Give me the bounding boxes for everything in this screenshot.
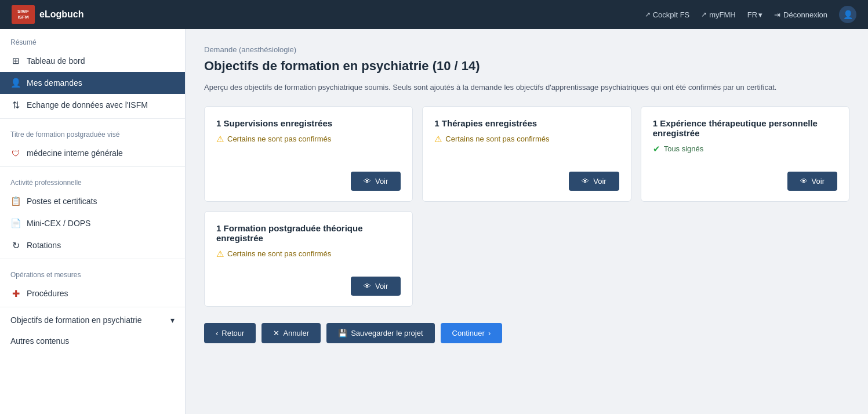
continue-button[interactable]: Continuer › (441, 323, 503, 343)
deconnexion-label: Déconnexion (783, 10, 827, 19)
main-content: Demande (anesthésiologie) Objectifs de f… (186, 29, 868, 414)
sidebar-item-echange-donnees[interactable]: ⇅ Echange de données avec l'ISFM (0, 94, 185, 116)
warning-icon-2: ⚠ (434, 134, 442, 144)
exchange-icon: ⇅ (10, 100, 21, 110)
card-supervisions-status: ⚠ Certains ne sont pas confirmés (216, 134, 401, 144)
eye-icon-3: 👁 (800, 177, 808, 186)
divider-3 (0, 259, 185, 259)
document-icon: 📄 (10, 218, 21, 228)
section-label-titre: Titre de formation postgraduée visé (0, 121, 185, 142)
chevron-icon: ▾ (170, 315, 175, 325)
sidebar-item-postes-certificats[interactable]: 📋 Postes et certificats (0, 190, 185, 212)
rotations-label: Rotations (27, 241, 61, 250)
card-therapies: 1 Thérapies enregistrées ⚠ Certains ne s… (422, 106, 631, 202)
collapsible-left-2: Autres contenus (10, 336, 69, 346)
warning-icon: ⚠ (216, 134, 224, 144)
card-experience: 1 Expérience thérapeutique personnelle e… (641, 106, 849, 202)
back-arrow-icon: ‹ (216, 329, 218, 337)
voir-therapies-button[interactable]: 👁 Voir (569, 172, 619, 191)
divider-2 (0, 166, 185, 167)
sidebar-item-autres-contenus[interactable]: Autres contenus (0, 331, 185, 351)
tableau-de-bord-label: Tableau de bord (27, 56, 85, 66)
user-icon: 👤 (10, 78, 21, 88)
logo-text: SIWFISFM (17, 9, 29, 20)
lang-label: FR (747, 10, 757, 19)
briefcase-icon: 📋 (10, 196, 21, 206)
medecine-interne-label: médecine interne générale (27, 148, 123, 158)
deconnexion-button[interactable]: ⇥ Déconnexion (774, 10, 827, 19)
sidebar-item-tableau-de-bord[interactable]: ⊞ Tableau de bord (0, 50, 185, 72)
brand: SIWFISFM eLogbuch (12, 5, 83, 24)
eye-icon-1: 👁 (364, 177, 371, 186)
brand-name: eLogbuch (39, 9, 83, 20)
collapsible-left: Objectifs de formation en psychiatrie (10, 315, 141, 325)
cockpit-fs-link[interactable]: ↗ Cockpit FS (645, 10, 690, 19)
card-therapies-status-text: Certains ne sont pas confirmés (445, 135, 549, 143)
grid-icon: ⊞ (10, 56, 21, 66)
postes-certificats-label: Postes et certificats (27, 197, 97, 206)
continue-label: Continuer (452, 329, 485, 337)
shield-icon: 🛡 (10, 148, 21, 158)
navbar-links: ↗ Cockpit FS ↗ myFMH FR ▾ ⇥ Déconnexion … (645, 6, 856, 23)
eye-icon-2: 👁 (582, 177, 589, 186)
card-therapies-title: 1 Thérapies enregistrées (434, 118, 619, 128)
sidebar-item-objectifs-psychiatrie[interactable]: Objectifs de formation en psychiatrie ▾ (0, 310, 185, 331)
card-formation-title: 1 Formation postgraduée théorique enregi… (216, 223, 401, 243)
myfmh-link[interactable]: ↗ myFMH (701, 10, 736, 19)
navbar: SIWFISFM eLogbuch ↗ Cockpit FS ↗ myFMH F… (0, 0, 868, 29)
logo-box: SIWFISFM (12, 5, 35, 24)
card-spacer-1 (216, 150, 401, 160)
continue-arrow-icon: › (488, 329, 491, 337)
sidebar-item-mes-demandes[interactable]: 👤 Mes demandes (0, 72, 185, 94)
deconnexion-icon: ⇥ (774, 10, 780, 19)
cards-row-2: 1 Formation postgraduée théorique enregi… (204, 211, 849, 307)
card-supervisions: 1 Supervisions enregistrées ⚠ Certains n… (204, 106, 413, 202)
sidebar-item-medecine-interne[interactable]: 🛡 médecine interne générale (0, 142, 185, 164)
page-title: Objectifs de formation en psychiatrie (1… (204, 59, 849, 74)
objectifs-psychiatrie-label: Objectifs de formation en psychiatrie (10, 315, 141, 325)
card-supervisions-status-text: Certains ne sont pas confirmés (227, 135, 331, 143)
sidebar-item-rotations[interactable]: ↻ Rotations (0, 234, 185, 256)
procedures-label: Procédures (27, 289, 68, 298)
sidebar: Résumé ⊞ Tableau de bord 👤 Mes demandes … (0, 29, 186, 414)
cards-row-1: 1 Supervisions enregistrées ⚠ Certains n… (204, 106, 849, 202)
save-icon: 💾 (338, 329, 347, 337)
action-bar: ‹ Retour ✕ Annuler 💾 Sauvegarder le proj… (204, 323, 849, 343)
card-experience-status: ✔ Tous signés (653, 144, 837, 154)
echange-donnees-label: Echange de données avec l'ISFM (27, 100, 148, 110)
back-label: Retour (221, 329, 244, 337)
mini-cex-label: Mini-CEX / DOPS (27, 219, 90, 228)
cancel-button[interactable]: ✕ Annuler (262, 323, 321, 343)
divider-4 (0, 307, 185, 307)
card-supervisions-title: 1 Supervisions enregistrées (216, 118, 401, 128)
card-experience-title: 1 Expérience thérapeutique personnelle e… (653, 118, 837, 138)
back-button[interactable]: ‹ Retour (204, 323, 256, 343)
card-experience-status-text: Tous signés (664, 144, 704, 153)
card-formation-status: ⚠ Certains ne sont pas confirmés (216, 249, 401, 259)
voir-formation-label: Voir (375, 282, 388, 290)
plus-icon: ✚ (10, 288, 21, 299)
section-label-resume: Résumé (0, 29, 185, 50)
checkmark-icon: ✔ (653, 144, 660, 154)
cockpit-arrow-icon: ↗ (645, 10, 651, 19)
sidebar-item-procedures[interactable]: ✚ Procédures (0, 282, 185, 304)
voir-supervisions-button[interactable]: 👁 Voir (351, 172, 401, 191)
save-button[interactable]: 💾 Sauvegarder le projet (326, 323, 434, 343)
voir-therapies-label: Voir (593, 177, 606, 186)
voir-experience-button[interactable]: 👁 Voir (787, 172, 837, 191)
myfmh-label: myFMH (709, 10, 736, 19)
cockpit-fs-label: Cockpit FS (653, 10, 690, 19)
card-spacer-2 (434, 150, 619, 160)
mes-demandes-label: Mes demandes (27, 78, 82, 88)
empty-card-3 (641, 211, 849, 307)
section-label-operations: Opérations et mesures (0, 262, 185, 282)
sidebar-item-mini-cex[interactable]: 📄 Mini-CEX / DOPS (0, 212, 185, 234)
language-selector[interactable]: FR ▾ (747, 10, 762, 19)
voir-formation-button[interactable]: 👁 Voir (351, 277, 401, 296)
empty-card-2 (422, 211, 631, 307)
cancel-x-icon: ✕ (273, 329, 279, 337)
divider-1 (0, 118, 185, 119)
eye-icon-4: 👁 (364, 282, 371, 290)
myfmh-arrow-icon: ↗ (701, 10, 707, 19)
user-avatar[interactable]: 👤 (839, 6, 856, 23)
